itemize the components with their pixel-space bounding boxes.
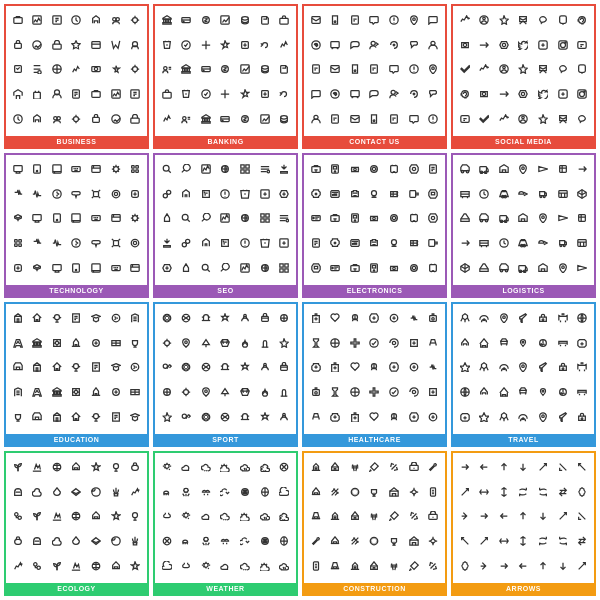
icons-area-ecology [8,455,145,578]
svg-point-291 [542,390,544,392]
icon-item [196,480,216,505]
svg-rect-172 [432,192,435,195]
icon-item [255,182,275,207]
icon-item [196,8,216,33]
svg-point-305 [111,537,119,545]
icon-item [8,455,28,480]
icon-item [255,82,275,107]
svg-point-285 [523,341,525,343]
icon-item [28,33,48,58]
icon-item [533,553,553,578]
icon-item [106,331,126,356]
icon-item [196,255,216,280]
icon-item [494,255,514,280]
category-label-travel: TRAVEL [453,434,594,445]
icons-area-construction [306,455,443,578]
icon-item [494,504,514,529]
svg-point-288 [522,365,525,368]
icon-item [235,255,255,280]
icon-item [28,106,48,131]
icon-item [404,553,424,578]
icon-item [274,231,294,256]
icon-item [255,553,275,578]
icon-item [306,455,326,480]
icon-item [553,206,573,231]
icon-item [455,57,475,82]
svg-rect-304 [14,539,21,544]
icon-item [345,404,365,429]
icon-item [455,480,475,505]
svg-point-197 [393,267,396,270]
icon-item [255,331,275,356]
icon-item [553,504,573,529]
icon-item [514,255,534,280]
svg-rect-169 [335,194,338,195]
icon-item [514,82,534,107]
icon-item [365,529,385,554]
svg-point-192 [332,267,333,268]
icon-item [47,8,67,33]
svg-rect-187 [354,243,357,244]
svg-rect-68 [331,42,339,48]
icon-item [404,8,424,33]
icon-item [8,380,28,405]
icon-item [384,8,404,33]
svg-point-264 [202,413,210,421]
icon-item [365,8,385,33]
icon-item [533,182,553,207]
icon-item [216,306,236,331]
svg-point-80 [391,90,395,94]
icon-item [86,255,106,280]
icon-item [514,206,534,231]
icon-item [345,231,365,256]
icon-item [455,355,475,380]
category-label-social: SOCIAL MEDIA [453,136,594,147]
icon-item [255,380,275,405]
icon-item [67,157,87,182]
icons-area-travel [455,306,592,429]
svg-point-99 [522,92,525,95]
icon-item [106,157,126,182]
icon-item [8,553,28,578]
icon-item [177,404,197,429]
svg-point-6 [133,18,138,23]
icon-item [125,504,145,529]
icon-item [514,331,534,356]
icon-item [106,355,126,380]
icon-item [255,480,275,505]
svg-rect-135 [53,264,61,270]
svg-point-306 [34,562,37,565]
icon-item [216,82,236,107]
icon-item [86,106,106,131]
icon-item [306,380,326,405]
icon-item [572,157,592,182]
icon-item [494,33,514,58]
icon-item [455,380,475,405]
icon-item [345,255,365,280]
icon-item [106,57,126,82]
svg-point-282 [503,316,506,319]
icon-item [553,8,573,33]
icon-item [553,380,573,405]
icon-item [255,529,275,554]
category-label-healthcare: HEALTHCARE [304,434,445,445]
icon-item [494,182,514,207]
svg-point-119 [112,190,120,198]
icon-item [157,8,177,33]
svg-point-65 [412,18,415,21]
icon-item [216,106,236,131]
icon-item [196,331,216,356]
icon-item [157,306,177,331]
icon-item [365,306,385,331]
icon-item [47,33,67,58]
svg-point-307 [37,566,40,569]
icon-item [423,33,443,58]
icon-item [196,82,216,107]
svg-rect-17 [133,67,138,72]
svg-point-77 [331,90,339,98]
icon-item [306,33,326,58]
icon-item [47,529,67,554]
svg-point-253 [185,341,188,344]
icon-item [533,529,553,554]
icon-item [514,455,534,480]
